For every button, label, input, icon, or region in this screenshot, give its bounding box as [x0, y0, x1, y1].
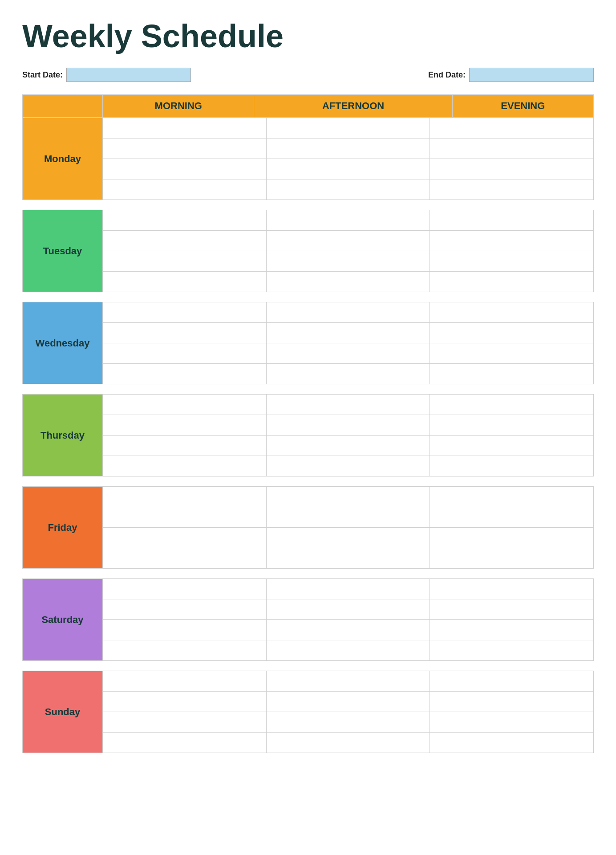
friday-afternoon-3[interactable]: [266, 528, 430, 548]
wednesday-morning-3[interactable]: [103, 343, 267, 364]
friday-evening-3[interactable]: [430, 528, 594, 548]
friday-evening-4[interactable]: [430, 548, 594, 569]
end-date-input[interactable]: [469, 68, 594, 82]
monday-evening-2[interactable]: [430, 138, 594, 159]
table-row: [23, 599, 594, 620]
monday-morning-4[interactable]: [103, 179, 267, 200]
saturday-evening-2[interactable]: [430, 599, 594, 620]
friday-morning-4[interactable]: [103, 548, 267, 569]
friday-evening-1[interactable]: [430, 487, 594, 507]
thursday-evening-1[interactable]: [430, 395, 594, 415]
day-label-thursday: Thursday: [23, 395, 103, 476]
table-row: [23, 692, 594, 712]
thursday-morning-3[interactable]: [103, 436, 267, 456]
tuesday-afternoon-1[interactable]: [266, 210, 430, 231]
monday-afternoon-1[interactable]: [266, 118, 430, 138]
tuesday-evening-3[interactable]: [430, 251, 594, 272]
sunday-morning-2[interactable]: [103, 692, 267, 712]
saturday-afternoon-2[interactable]: [266, 599, 430, 620]
friday-afternoon-1[interactable]: [266, 487, 430, 507]
sunday-evening-2[interactable]: [430, 692, 594, 712]
thursday-morning-4[interactable]: [103, 456, 267, 476]
wednesday-evening-1[interactable]: [430, 302, 594, 323]
day-section-saturday: Saturday: [22, 578, 594, 661]
wednesday-afternoon-4[interactable]: [266, 364, 430, 384]
friday-morning-2[interactable]: [103, 507, 267, 528]
thursday-afternoon-2[interactable]: [266, 415, 430, 436]
monday-evening-3[interactable]: [430, 159, 594, 179]
thursday-afternoon-4[interactable]: [266, 456, 430, 476]
tuesday-morning-2[interactable]: [103, 231, 267, 251]
sunday-morning-3[interactable]: [103, 712, 267, 733]
end-date-group: End Date:: [428, 68, 594, 82]
day-label-monday: Monday: [23, 118, 103, 200]
tuesday-afternoon-4[interactable]: [266, 272, 430, 292]
thursday-afternoon-1[interactable]: [266, 395, 430, 415]
monday-morning-3[interactable]: [103, 159, 267, 179]
tuesday-evening-4[interactable]: [430, 272, 594, 292]
thursday-evening-3[interactable]: [430, 436, 594, 456]
wednesday-afternoon-2[interactable]: [266, 323, 430, 343]
monday-evening-4[interactable]: [430, 179, 594, 200]
wednesday-afternoon-3[interactable]: [266, 343, 430, 364]
saturday-afternoon-3[interactable]: [266, 620, 430, 640]
sunday-morning-1[interactable]: [103, 671, 267, 692]
wednesday-evening-4[interactable]: [430, 364, 594, 384]
day-label-wednesday: Wednesday: [23, 302, 103, 384]
day-label-friday: Friday: [23, 487, 103, 569]
table-row: [23, 231, 594, 251]
tuesday-afternoon-2[interactable]: [266, 231, 430, 251]
thursday-evening-4[interactable]: [430, 456, 594, 476]
start-date-input[interactable]: [66, 68, 191, 82]
thursday-morning-1[interactable]: [103, 395, 267, 415]
saturday-morning-2[interactable]: [103, 599, 267, 620]
header-afternoon: AFTERNOON: [254, 95, 452, 118]
sunday-evening-4[interactable]: [430, 733, 594, 753]
tuesday-afternoon-3[interactable]: [266, 251, 430, 272]
sunday-evening-3[interactable]: [430, 712, 594, 733]
friday-evening-2[interactable]: [430, 507, 594, 528]
table-row: [23, 179, 594, 200]
sunday-morning-4[interactable]: [103, 733, 267, 753]
monday-morning-2[interactable]: [103, 138, 267, 159]
saturday-morning-1[interactable]: [103, 579, 267, 599]
tuesday-evening-1[interactable]: [430, 210, 594, 231]
wednesday-afternoon-1[interactable]: [266, 302, 430, 323]
wednesday-morning-4[interactable]: [103, 364, 267, 384]
table-row: [23, 640, 594, 661]
sunday-afternoon-1[interactable]: [266, 671, 430, 692]
tuesday-morning-1[interactable]: [103, 210, 267, 231]
monday-evening-1[interactable]: [430, 118, 594, 138]
sunday-afternoon-4[interactable]: [266, 733, 430, 753]
wednesday-morning-1[interactable]: [103, 302, 267, 323]
saturday-evening-3[interactable]: [430, 620, 594, 640]
tuesday-morning-3[interactable]: [103, 251, 267, 272]
monday-morning-1[interactable]: [103, 118, 267, 138]
wednesday-morning-2[interactable]: [103, 323, 267, 343]
schedule-header: MORNING AFTERNOON EVENING: [22, 94, 594, 118]
tuesday-evening-2[interactable]: [430, 231, 594, 251]
tuesday-morning-4[interactable]: [103, 272, 267, 292]
saturday-evening-1[interactable]: [430, 579, 594, 599]
saturday-morning-4[interactable]: [103, 640, 267, 661]
thursday-afternoon-3[interactable]: [266, 436, 430, 456]
sunday-afternoon-3[interactable]: [266, 712, 430, 733]
friday-morning-1[interactable]: [103, 487, 267, 507]
sunday-evening-1[interactable]: [430, 671, 594, 692]
header-morning: MORNING: [103, 95, 254, 118]
friday-afternoon-4[interactable]: [266, 548, 430, 569]
saturday-evening-4[interactable]: [430, 640, 594, 661]
saturday-afternoon-4[interactable]: [266, 640, 430, 661]
sunday-afternoon-2[interactable]: [266, 692, 430, 712]
wednesday-evening-2[interactable]: [430, 323, 594, 343]
friday-afternoon-2[interactable]: [266, 507, 430, 528]
wednesday-evening-3[interactable]: [430, 343, 594, 364]
monday-afternoon-3[interactable]: [266, 159, 430, 179]
monday-afternoon-2[interactable]: [266, 138, 430, 159]
saturday-morning-3[interactable]: [103, 620, 267, 640]
thursday-morning-2[interactable]: [103, 415, 267, 436]
friday-morning-3[interactable]: [103, 528, 267, 548]
thursday-evening-2[interactable]: [430, 415, 594, 436]
saturday-afternoon-1[interactable]: [266, 579, 430, 599]
monday-afternoon-4[interactable]: [266, 179, 430, 200]
